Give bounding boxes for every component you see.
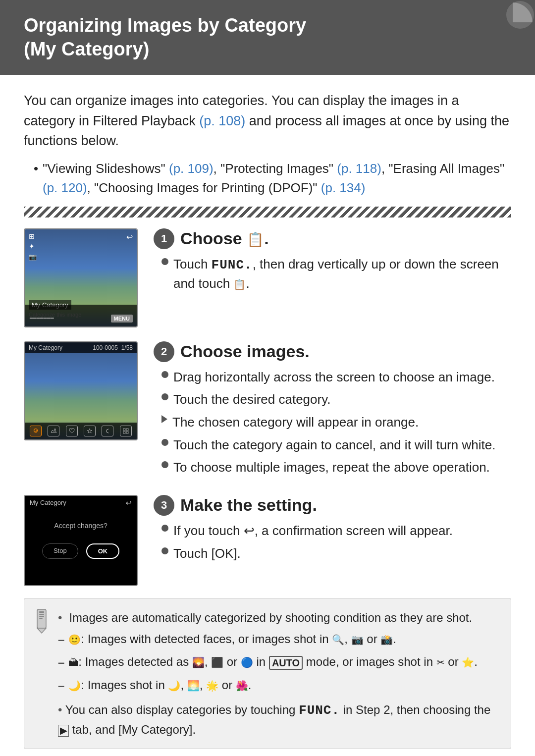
auto-label: AUTO <box>269 656 303 670</box>
svg-point-2 <box>35 430 35 430</box>
step-3-row: My Category ↩ Accept changes? Stop OK 3 <box>24 495 511 586</box>
screen1-menu-btn: MENU <box>111 315 133 323</box>
bullet-circle-icon <box>161 461 168 468</box>
step-2-bullet-1: Drag horizontally across the screen to c… <box>161 368 511 387</box>
svg-point-3 <box>36 430 37 430</box>
bullet-circle-icon <box>161 525 168 532</box>
screen1-back-icon: ↩ <box>126 232 133 261</box>
cat-icon-night <box>102 426 113 436</box>
cat-icon-star <box>84 426 96 436</box>
bullet-circle-icon <box>161 547 168 554</box>
screen2-title: My Category <box>29 344 62 351</box>
step-2-bullet-3: The chosen category will appear in orang… <box>161 413 511 432</box>
step-2-title: Choose images. <box>180 342 310 361</box>
step-1-number: 1 <box>154 228 174 249</box>
step-1-bullets: Touch FUNC., then drag vertically up or … <box>161 255 511 293</box>
page-title: Organizing Images by Category (My Catego… <box>24 14 511 61</box>
note-pencil-icon <box>32 608 51 634</box>
step-2-content: 2 Choose images. Drag horizontally acros… <box>154 341 511 481</box>
step-2-header: 2 Choose images. <box>154 341 511 362</box>
cat-icon-scene <box>48 426 59 436</box>
screen1-overlay: ⊞ ✦ 📷 ↩ My Category Categorize this imag… <box>25 229 137 326</box>
screen1-menu-divider: ━━━━━━━ <box>30 315 54 321</box>
svg-marker-14 <box>37 628 46 633</box>
screen-frame-2: My Category 100-0005 1/58 <box>24 341 138 440</box>
svg-rect-6 <box>126 429 128 431</box>
screen1-left-icons: ⊞ ✦ 📷 <box>29 232 37 261</box>
svg-point-4 <box>54 429 56 430</box>
step-3-content: 3 Make the setting. If you touch ↩, a co… <box>154 495 511 567</box>
bullet-circle-icon <box>161 258 168 265</box>
note-dash-2: – <box>58 653 64 671</box>
step-1-content: 1 Choose 📋. Touch FUNC., then drag verti… <box>154 228 511 297</box>
cat-icon-heart <box>66 426 78 436</box>
bullet-circle-icon <box>161 439 168 446</box>
screen1-bg: ⊞ ✦ 📷 ↩ My Category Categorize this imag… <box>25 229 137 326</box>
screen3-bg: My Category ↩ Accept changes? Stop OK <box>25 496 137 585</box>
screen-frame-3: My Category ↩ Accept changes? Stop OK <box>24 495 138 586</box>
note-sub-bullet-1: – 🙂: Images with detected faces, or imag… <box>58 630 497 648</box>
bullet-circle-icon <box>161 393 168 400</box>
note-sub-bullet-2: – 🏔: Images detected as 🌄, ⬛ or 🔵 in AUT… <box>58 652 497 671</box>
svg-rect-5 <box>123 429 125 431</box>
note-main-bullet-1: • Images are automatically categorized b… <box>58 608 497 627</box>
note-box: • Images are automatically categorized b… <box>24 598 511 749</box>
intro-bullets: "Viewing Slideshows" (p. 109), "Protecti… <box>34 159 511 198</box>
bullet-circle-icon <box>161 371 168 378</box>
screen-frame-1: ⊞ ✦ 📷 ↩ My Category Categorize this imag… <box>24 228 138 327</box>
svg-rect-13 <box>39 618 43 619</box>
screen-mockup-3: My Category ↩ Accept changes? Stop OK <box>24 495 138 586</box>
note-dash-1: – <box>58 630 64 648</box>
screen1-top: ⊞ ✦ 📷 ↩ <box>25 229 137 264</box>
step-3-bullet-2: Touch [OK]. <box>161 544 511 563</box>
screen3-stop-btn[interactable]: Stop <box>42 543 78 559</box>
note-bullet-dot: • <box>58 608 62 627</box>
step-2-row: My Category 100-0005 1/58 <box>24 341 511 481</box>
screen3-title: My Category <box>30 499 66 507</box>
screen2-bg: My Category 100-0005 1/58 <box>25 342 137 439</box>
screen3-buttons: Stop OK <box>25 543 137 559</box>
screen2-top-bar: My Category 100-0005 1/58 <box>25 342 137 353</box>
intro-paragraph: You can organize images into categories.… <box>24 91 511 151</box>
screen-mockup-2: My Category 100-0005 1/58 <box>24 341 138 440</box>
step-1-title: Choose 📋. <box>180 229 269 248</box>
screen2-info: 100-0005 1/58 <box>93 344 133 351</box>
svg-rect-11 <box>39 614 44 615</box>
bullet-triangle-icon <box>161 415 167 423</box>
main-content: You can organize images into categories.… <box>0 75 535 756</box>
screen3-back-icon: ↩ <box>126 499 132 507</box>
note-sub-bullet-3: – 🌙: Images shot in 🌙, 🌅, 🌟 or 🌺. <box>58 676 497 695</box>
cat-icon-grid <box>120 426 132 436</box>
screen-mockup-1: ⊞ ✦ 📷 ↩ My Category Categorize this imag… <box>24 228 138 327</box>
step-2-number: 2 <box>154 341 174 362</box>
link-p108[interactable]: (p. 108) <box>199 113 245 128</box>
svg-rect-12 <box>39 616 44 617</box>
step-2-bullet-4: Touch the category again to cancel, and … <box>161 436 511 455</box>
step-1-header: 1 Choose 📋. <box>154 228 511 249</box>
screen2-bottom-icons <box>25 423 137 439</box>
step-3-header: 3 Make the setting. <box>154 495 511 516</box>
header-icon <box>490 0 535 45</box>
page-header: Organizing Images by Category (My Catego… <box>0 0 535 75</box>
step-3-number: 3 <box>154 495 174 516</box>
step-2-bullet-5: To choose multiple images, repeat the ab… <box>161 458 511 477</box>
step-3-bullets: If you touch ↩, a confirmation screen wi… <box>161 522 511 563</box>
svg-rect-7 <box>123 432 125 433</box>
svg-rect-10 <box>39 611 44 613</box>
note-dash-3: – <box>58 676 64 695</box>
step-2-bullets: Drag horizontally across the screen to c… <box>161 368 511 477</box>
steps-container: ⊞ ✦ 📷 ↩ My Category Categorize this imag… <box>24 228 511 586</box>
step-3-title: Make the setting. <box>180 495 317 515</box>
step-1-bullet-1: Touch FUNC., then drag vertically up or … <box>161 255 511 293</box>
note-extra: • You can also display categories by tou… <box>58 701 497 739</box>
step-3-bullet-1: If you touch ↩, a confirmation screen wi… <box>161 522 511 540</box>
stripe-divider <box>24 207 511 217</box>
screen3-top-bar: My Category ↩ <box>25 496 137 510</box>
svg-rect-8 <box>126 432 128 433</box>
step-2-bullet-2: Touch the desired category. <box>161 390 511 409</box>
cat-icon-face <box>30 426 42 436</box>
screen3-question: Accept changes? <box>25 522 137 530</box>
step-1-row: ⊞ ✦ 📷 ↩ My Category Categorize this imag… <box>24 228 511 327</box>
intro-bullet-1: "Viewing Slideshows" (p. 109), "Protecti… <box>34 159 511 198</box>
screen3-ok-btn[interactable]: OK <box>86 543 120 559</box>
